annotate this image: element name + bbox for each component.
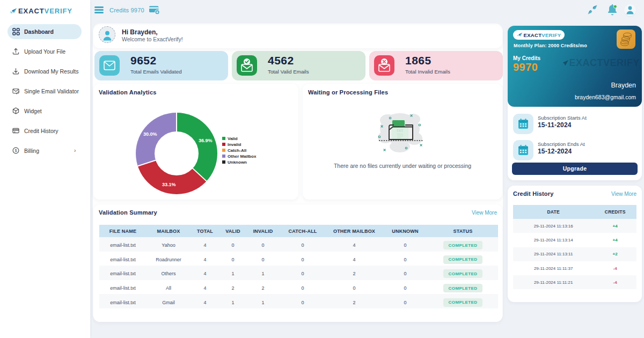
svg-text:$: $ — [14, 148, 17, 153]
